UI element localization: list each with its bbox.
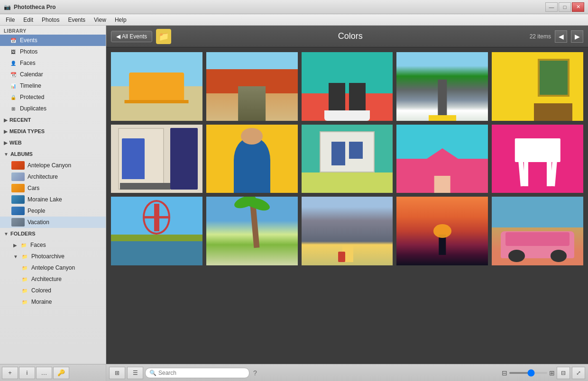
sidebar-item-vacation[interactable]: Vacation bbox=[0, 217, 106, 228]
colored-folder-icon: 📁 bbox=[21, 287, 28, 294]
cars-thumb bbox=[11, 184, 25, 192]
web-header: WEB bbox=[9, 140, 22, 145]
antelope-folder-icon: 📁 bbox=[21, 264, 28, 272]
menu-file[interactable]: File bbox=[2, 16, 18, 24]
sidebar-item-faces-folder[interactable]: ▶ 📁 Faces bbox=[0, 239, 106, 251]
albums-header: ALBUMS bbox=[10, 151, 33, 157]
web-collapse[interactable]: ▶ WEB bbox=[0, 137, 106, 148]
sidebar: LIBRARY 📅 Events 🖼 Photos 👤 Faces 📆 Cale… bbox=[0, 26, 106, 381]
photoarchive-icon: 📁 bbox=[21, 253, 28, 260]
album-vacation-label: Vacation bbox=[28, 219, 49, 226]
photo-pink-house[interactable] bbox=[396, 125, 488, 193]
album-cars-label: Cars bbox=[28, 185, 39, 191]
nav-next-button[interactable]: ▶ bbox=[571, 30, 583, 43]
photo-street[interactable] bbox=[302, 197, 393, 265]
album-title: Colors bbox=[175, 31, 526, 41]
sidebar-timeline-label: Timeline bbox=[20, 82, 41, 89]
moraine-lake-thumb bbox=[11, 195, 25, 204]
sidebar-calendar-label: Calendar bbox=[20, 71, 43, 78]
menu-edit[interactable]: Edit bbox=[19, 16, 37, 24]
photo-red-rock[interactable] bbox=[206, 52, 298, 121]
photo-yellow-window[interactable] bbox=[492, 52, 583, 121]
photo-sunset[interactable] bbox=[396, 197, 488, 265]
photo-palm-tree[interactable] bbox=[206, 197, 298, 265]
sidebar-events-label: Events bbox=[20, 37, 37, 44]
maximize-button[interactable]: □ bbox=[559, 2, 571, 12]
faces-folder-icon: 📁 bbox=[20, 241, 28, 249]
sidebar-item-colored-folder[interactable]: 📁 Colored bbox=[0, 285, 106, 296]
media-types-collapse[interactable]: ▶ MEDIA TYPES bbox=[0, 126, 106, 137]
sidebar-photos-label: Photos bbox=[20, 48, 37, 55]
recent-collapse[interactable]: ▶ RECENT bbox=[0, 114, 106, 126]
minimize-button[interactable]: — bbox=[545, 2, 558, 12]
photo-teal-feet[interactable] bbox=[302, 52, 393, 121]
sidebar-item-faces[interactable]: 👤 Faces bbox=[0, 57, 106, 69]
sidebar-item-photoarchive[interactable]: ▼ 📁 Photoarchive bbox=[0, 251, 106, 262]
photo-white-chair[interactable] bbox=[492, 125, 583, 193]
photo-boy-yellow[interactable] bbox=[206, 125, 298, 193]
recent-header: RECENT bbox=[9, 117, 31, 123]
album-moraine-lake-label: Moraine Lake bbox=[28, 196, 62, 203]
bottom-toolbar: ⊞ ☰ 🔍 ? ⊟ ⊞ ⊟ ⤢ bbox=[106, 364, 588, 381]
photo-yellow-van[interactable] bbox=[111, 52, 202, 121]
close-button[interactable]: ✕ bbox=[572, 2, 584, 12]
back-button[interactable]: ◀ All Events bbox=[111, 31, 152, 42]
albums-collapse[interactable]: ▼ ALBUMS bbox=[0, 148, 106, 160]
menu-events[interactable]: Events bbox=[64, 16, 89, 24]
sidebar-item-architecture[interactable]: Architecture bbox=[0, 171, 106, 182]
moraine-folder-label: Moraine bbox=[31, 299, 52, 305]
photo-grid bbox=[106, 47, 588, 364]
people-thumb bbox=[11, 207, 25, 215]
grid-view-button[interactable]: ⊞ bbox=[109, 367, 125, 379]
album-title-icon: 📁 bbox=[156, 29, 171, 44]
menu-view[interactable]: View bbox=[90, 16, 110, 24]
search-icon: 🔍 bbox=[149, 370, 156, 376]
sidebar-item-architecture-folder[interactable]: 📁 Architecture bbox=[0, 273, 106, 285]
architecture-folder-label: Architecture bbox=[31, 276, 62, 282]
faces-folder-chevron: ▶ bbox=[13, 243, 17, 248]
search-help-icon[interactable]: ? bbox=[253, 369, 257, 377]
view-toggle-button[interactable]: ⊟ bbox=[557, 367, 570, 379]
menu-help[interactable]: Help bbox=[111, 16, 130, 24]
zoom-slider[interactable] bbox=[509, 372, 547, 374]
album-antelope-canyon-label: Antelope Canyon bbox=[28, 162, 71, 169]
folders-collapse[interactable]: ▼ FOLDERS bbox=[0, 228, 106, 239]
photo-teal-house[interactable] bbox=[302, 125, 393, 193]
sidebar-item-antelope-folder[interactable]: 📁 Antelope Canyon bbox=[0, 262, 106, 273]
folders-chevron: ▼ bbox=[4, 231, 9, 236]
photo-ferris[interactable] bbox=[111, 197, 202, 265]
photo-blue-door[interactable] bbox=[111, 125, 202, 193]
sidebar-item-people[interactable]: People bbox=[0, 205, 106, 217]
media-types-header: MEDIA TYPES bbox=[9, 128, 45, 134]
sidebar-item-protected[interactable]: 🔒 Protected bbox=[0, 91, 106, 103]
sidebar-item-antelope-canyon[interactable]: Antelope Canyon bbox=[0, 160, 106, 171]
sidebar-item-calendar[interactable]: 📆 Calendar bbox=[0, 69, 106, 80]
search-input[interactable] bbox=[158, 370, 245, 376]
antelope-canyon-thumb bbox=[11, 161, 25, 170]
vacation-thumb bbox=[11, 218, 25, 227]
album-architecture-label: Architecture bbox=[28, 173, 58, 180]
key-button[interactable]: 🔑 bbox=[53, 367, 69, 379]
sidebar-item-timeline[interactable]: 📊 Timeline bbox=[0, 80, 106, 91]
sidebar-toolbar: + i … 🔑 bbox=[0, 364, 106, 381]
add-button[interactable]: + bbox=[2, 367, 18, 379]
web-chevron: ▶ bbox=[4, 140, 8, 145]
item-count: 22 items bbox=[530, 33, 551, 40]
colored-folder-label: Colored bbox=[31, 287, 51, 294]
sidebar-item-moraine-lake[interactable]: Moraine Lake bbox=[0, 194, 106, 205]
sidebar-item-duplicates[interactable]: ⊞ Duplicates bbox=[0, 103, 106, 114]
media-types-chevron: ▶ bbox=[4, 129, 8, 134]
fullscreen-button[interactable]: ⤢ bbox=[572, 367, 585, 379]
menu-photos[interactable]: Photos bbox=[38, 16, 63, 24]
list-view-button[interactable]: ☰ bbox=[127, 367, 143, 379]
info-button[interactable]: i bbox=[19, 367, 35, 379]
sidebar-item-photos[interactable]: 🖼 Photos bbox=[0, 46, 106, 57]
photo-pink-car[interactable] bbox=[492, 197, 583, 265]
menubar: File Edit Photos Events View Help bbox=[0, 14, 588, 26]
sidebar-item-moraine-folder[interactable]: 📁 Moraine bbox=[0, 296, 106, 308]
more-button[interactable]: … bbox=[36, 367, 52, 379]
sidebar-item-events[interactable]: 📅 Events bbox=[0, 35, 106, 46]
photo-mountain[interactable] bbox=[396, 52, 488, 121]
nav-prev-button[interactable]: ◀ bbox=[555, 30, 567, 43]
sidebar-item-cars[interactable]: Cars bbox=[0, 182, 106, 194]
